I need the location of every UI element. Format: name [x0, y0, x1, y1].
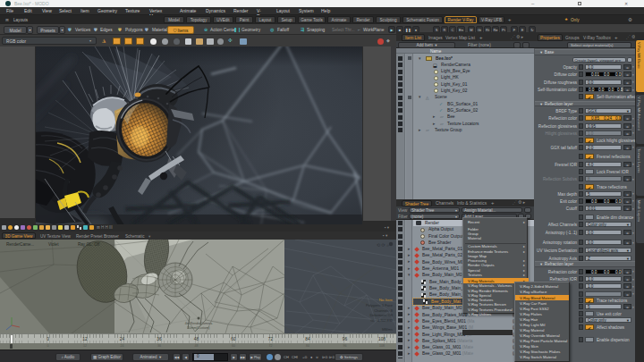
svg-text:Channels: 8: Channels: 8 [374, 308, 393, 313]
svg-text:Violet: Violet [48, 242, 59, 247]
svg-text:RenderCame...: RenderCame... [6, 242, 34, 247]
svg-text:Polygons: 1 Face: Polygons: 1 Face [366, 303, 393, 307]
svg-text:4m RenderCamera: 4m RenderCamera [185, 322, 213, 325]
svg-text:Ray GL: Off: Ray GL: Off [78, 242, 100, 247]
svg-text:⟲ ⟳ ⌕: ⟲ ⟳ ⌕ [377, 242, 389, 248]
svg-text:MB/ms: MB/ms [382, 327, 393, 332]
svg-text:Deformers: Off: Deformers: Off [370, 313, 394, 317]
svg-text:GL: 4,702,832: GL: 4,702,832 [370, 318, 393, 323]
svg-text:No Item: No Item [379, 298, 394, 302]
svg-text:50mm(Custom): 50mm(Custom) [188, 326, 210, 330]
